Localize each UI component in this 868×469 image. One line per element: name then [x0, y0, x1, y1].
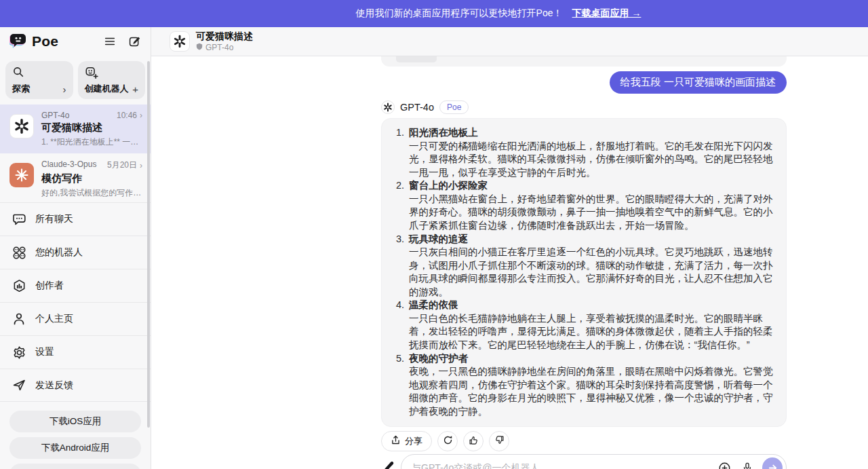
- chat-title: 模仿写作: [41, 172, 142, 185]
- bots-icon: [12, 245, 26, 260]
- regenerate-button[interactable]: [437, 431, 458, 451]
- bot-response-bubble: 1. 阳光洒在地板上一只可爱的橘猫蜷缩在阳光洒满的地板上，舒服地打着盹。它的毛发…: [381, 118, 787, 427]
- poe-bubble-icon: [9, 32, 27, 51]
- sidebar-item-feedback[interactable]: 发送反馈: [0, 369, 151, 402]
- chat-model-name: Claude-3-Opus: [41, 160, 96, 171]
- chat-time: 5月20日: [107, 160, 137, 171]
- list-number: 2.: [391, 179, 404, 232]
- response-list-item: 5. 夜晚的守护者夜晚，一只黑色的猫咪静静地坐在房间的角落里，眼睛在黑暗中闪烁着…: [391, 352, 775, 419]
- sidebar-scrollbar[interactable]: [147, 61, 150, 428]
- main-area: 可爱猫咪描述 GPT-4o 给我五段 一只可爱猫咪的画面描述: [151, 27, 868, 469]
- chat-scroll-area[interactable]: 给我五段 一只可爱猫咪的画面描述 GPT-4o Poe 1. 阳光洒在地板上一只…: [151, 56, 868, 469]
- chat-item-claude[interactable]: Claude-3-Opus 5月20日› 模仿写作 好的,我尝试根据您的写作风格…: [0, 153, 151, 202]
- openai-avatar: [381, 100, 395, 114]
- share-label: 分享: [405, 435, 422, 447]
- page-title: 可爱猫咪描述: [196, 31, 253, 41]
- claude-avatar: [9, 163, 34, 187]
- microphone-icon[interactable]: [739, 459, 755, 469]
- response-list-item: 2. 窗台上的小探险家一只小黑猫站在窗台上，好奇地望着窗外的世界。它的眼睛瞪得大…: [391, 179, 775, 232]
- thumbs-down-icon: [494, 435, 505, 448]
- response-item-title: 温柔的依偎: [409, 299, 775, 312]
- download-extra-button-partial[interactable]: [9, 464, 141, 469]
- response-list-item: 4. 温柔的依偎一只白色的长毛猫静静地躺在主人腿上，享受着被抚摸的温柔时光。它的…: [391, 299, 775, 352]
- sidebar-item-your-bots[interactable]: 您的机器人: [0, 236, 151, 269]
- poe-logo[interactable]: Poe: [9, 32, 58, 51]
- message-input[interactable]: [412, 462, 709, 469]
- create-bot-button[interactable]: 创建机器人 +: [78, 61, 146, 99]
- list-number: 4.: [391, 299, 404, 352]
- sidebar-item-label: 创作者: [35, 280, 64, 292]
- sidebar-item-label: 个人主页: [35, 313, 73, 325]
- poe-badge[interactable]: Poe: [439, 100, 469, 114]
- sidebar-nav: 所有聊天 您的机器人 创作者: [0, 202, 151, 402]
- response-item-body: 一只灰白相间的小猫正在客厅里追逐一个红色的小玩具球。它灵巧地跳跃，迅速地转身，试…: [409, 246, 775, 299]
- list-number: 1.: [391, 126, 404, 179]
- create-bot-label: 创建机器人: [85, 83, 129, 95]
- header-model-name: GPT-4o: [205, 43, 233, 52]
- retry-icon: [443, 435, 453, 448]
- share-icon: [391, 435, 401, 447]
- download-ios-button[interactable]: 下载iOS应用: [9, 411, 141, 432]
- message-actions-toolbar: 分享: [381, 431, 787, 451]
- chevron-right-icon: ›: [140, 111, 142, 120]
- new-chat-icon[interactable]: [127, 35, 141, 48]
- response-list-item: 1. 阳光洒在地板上一只可爱的橘猫蜷缩在阳光洒满的地板上，舒服地打着盹。它的毛发…: [391, 126, 775, 179]
- chevron-right-icon: ›: [140, 161, 142, 170]
- response-item-title: 阳光洒在地板上: [409, 126, 775, 140]
- chat-preview: 好的,我尝试根据您的写作风格,创作一...: [41, 187, 142, 199]
- openai-avatar: [170, 31, 190, 52]
- openai-avatar: [9, 114, 34, 138]
- gear-icon: [12, 345, 26, 360]
- response-item-title: 窗台上的小探险家: [409, 179, 775, 193]
- chat-time: 10:46: [117, 111, 137, 120]
- chat-list: GPT-4o 10:46› 可爱猫咪描述 1. **阳光洒在地板上** 一只可爱…: [0, 105, 151, 202]
- chat-header: 可爱猫咪描述 GPT-4o: [151, 27, 868, 56]
- explore-label: 探索: [12, 83, 30, 95]
- thumbs-up-button[interactable]: [463, 431, 484, 451]
- sidebar-item-profile[interactable]: 个人主页: [0, 302, 151, 335]
- download-desktop-link[interactable]: 下载桌面应用 →: [572, 7, 642, 20]
- send-button[interactable]: [762, 457, 783, 469]
- explore-button[interactable]: 探索 ›: [5, 61, 73, 99]
- bot-plus-icon: [85, 66, 139, 82]
- collapse-sidebar-icon[interactable]: [103, 35, 117, 48]
- response-item-body: 一只白色的长毛猫静静地躺在主人腿上，享受着被抚摸的温柔时光。它的眼睛半眯着，发出…: [409, 312, 775, 352]
- shield-icon: [196, 43, 203, 52]
- chats-icon: [12, 212, 26, 227]
- sidebar-item-label: 您的机器人: [35, 246, 83, 259]
- search-icon: [12, 66, 66, 81]
- chat-item-gpt4o[interactable]: GPT-4o 10:46› 可爱猫咪描述 1. **阳光洒在地板上** 一只可爱…: [0, 105, 151, 153]
- thumbs-down-button[interactable]: [489, 431, 509, 451]
- sidebar-item-creators[interactable]: 创作者: [0, 269, 151, 302]
- user-message-bubble: 给我五段 一只可爱猫咪的画面描述: [610, 71, 787, 94]
- bot-message-header: GPT-4o Poe: [381, 100, 787, 114]
- response-item-body: 一只小黑猫站在窗台上，好奇地望着窗外的世界。它的眼睛瞪得大大的，充满了对外界的好…: [409, 193, 775, 233]
- message-input-container: [401, 454, 787, 469]
- pen-icon[interactable]: [381, 460, 396, 469]
- sidebar-item-settings[interactable]: 设置: [0, 335, 151, 369]
- poe-app: 使用我们新的桌面应用程序可以更快地打开Poe！ 下载桌面应用 →: [0, 0, 868, 469]
- poe-wordmark: Poe: [32, 33, 58, 50]
- response-item-title: 夜晚的守护者: [409, 352, 775, 366]
- desktop-app-banner: 使用我们新的桌面应用程序可以更快地打开Poe！ 下载桌面应用 →: [0, 0, 868, 27]
- creators-icon: [12, 278, 26, 293]
- previous-message-partial: [381, 56, 787, 67]
- response-list-item: 3. 玩具球的追逐一只灰白相间的小猫正在客厅里追逐一个红色的小玩具球。它灵巧地跳…: [391, 233, 775, 299]
- sidebar: Poe 探索 ›: [0, 27, 151, 469]
- share-button[interactable]: 分享: [381, 431, 432, 451]
- download-buttons: 下载iOS应用 下载Android应用: [0, 411, 151, 469]
- profile-icon: [12, 312, 26, 326]
- previous-message-chip: [396, 56, 437, 62]
- download-android-button[interactable]: 下载Android应用: [9, 437, 141, 459]
- sidebar-item-label: 发送反馈: [35, 379, 73, 392]
- thumbs-up-icon: [469, 435, 479, 448]
- sidebar-item-all-chats[interactable]: 所有聊天: [0, 202, 151, 236]
- chat-title: 可爱猫咪描述: [41, 121, 142, 134]
- list-number: 3.: [391, 233, 404, 299]
- chevron-right-icon: ›: [63, 84, 66, 94]
- chat-model-name: GPT-4o: [41, 111, 69, 120]
- bot-name: GPT-4o: [400, 102, 434, 113]
- sidebar-item-label: 所有聊天: [35, 213, 73, 225]
- attach-icon[interactable]: [716, 459, 732, 469]
- sidebar-item-label: 设置: [35, 346, 54, 358]
